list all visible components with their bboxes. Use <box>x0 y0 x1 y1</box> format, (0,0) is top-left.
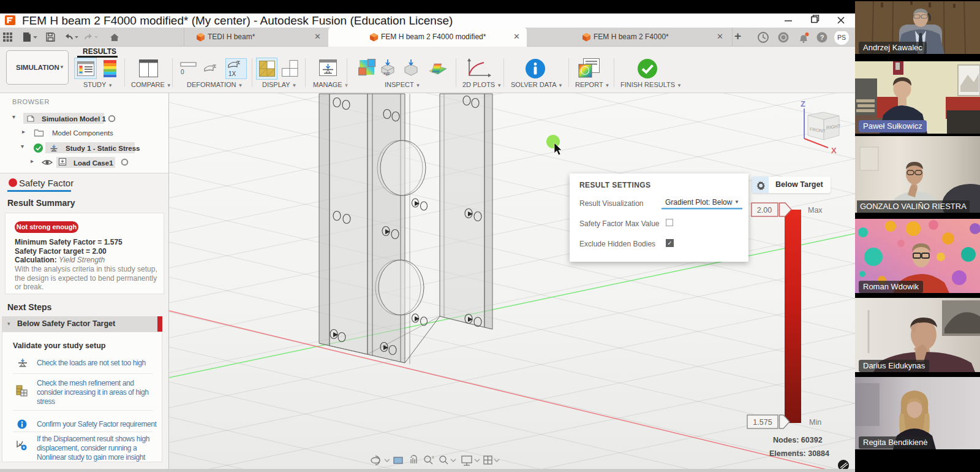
svg-text:Z: Z <box>801 99 805 108</box>
svg-text:?: ? <box>820 34 824 41</box>
svg-text:1X: 1X <box>228 70 236 77</box>
svg-text:xyz: xyz <box>383 71 390 76</box>
svg-text:1.575: 1.575 <box>753 418 772 427</box>
svg-text:2.00: 2.00 <box>757 206 772 215</box>
svg-text:X: X <box>831 146 837 155</box>
svg-text:±: ± <box>432 455 434 459</box>
svg-text:PS: PS <box>837 34 846 41</box>
svg-text:0: 0 <box>181 69 184 75</box>
